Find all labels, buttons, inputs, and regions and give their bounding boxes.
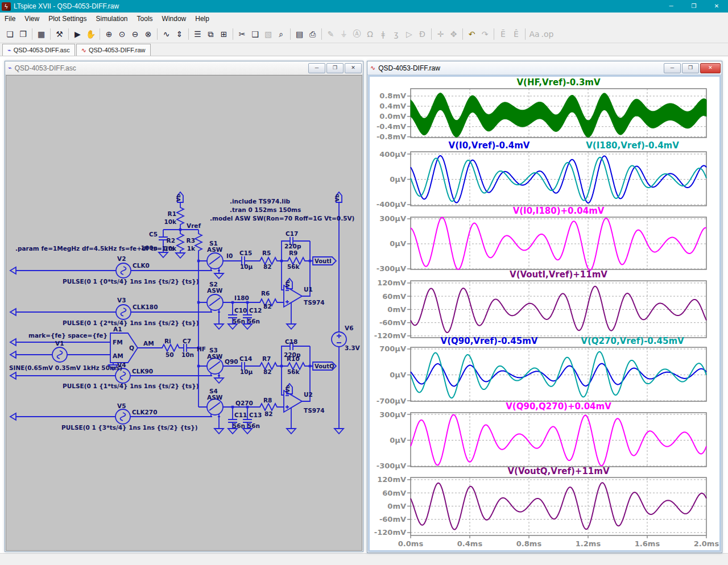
undo-button[interactable]: ↶ <box>465 27 478 41</box>
schematic-text: U1 <box>304 286 313 293</box>
place-label-button[interactable]: Ⓐ <box>350 27 363 41</box>
rotate-button[interactable]: Ê <box>510 27 523 41</box>
waveform-window-titlebar[interactable]: ∿ QSD-4053-DIFF.raw ─❐✕ <box>367 61 722 75</box>
schematic-text: 220p <box>284 243 301 250</box>
zoom-out-button[interactable]: ⊖ <box>129 27 142 41</box>
schematic-text: R8 <box>263 397 272 404</box>
place-inductor-button[interactable]: ʒ <box>390 27 403 41</box>
control-panel-button[interactable]: ⚒ <box>53 27 66 41</box>
cascade-windows-button[interactable]: ⧉ <box>204 27 217 41</box>
y-tick-label: -120mV <box>374 331 406 340</box>
pane-title: V(Q90,Q270)+0.04mV <box>506 401 611 412</box>
menu-help[interactable]: Help <box>191 13 214 24</box>
schematic-text: Q90 <box>225 358 238 365</box>
x-tick-label: 1.2ms <box>576 539 601 548</box>
spice-directive-button[interactable]: .op <box>541 27 554 41</box>
schematic-text: AM <box>113 352 123 359</box>
copy-button[interactable]: ❑ <box>249 27 262 41</box>
zoom-full-button[interactable]: ⊙ <box>115 27 129 41</box>
schematic-window-titlebar[interactable]: ⌁ QSD-4053-DIFF.asc ─❐✕ <box>5 61 363 75</box>
draw-wire-button[interactable]: ✎ <box>324 27 337 41</box>
vsource-V5 <box>115 409 130 424</box>
menu-file[interactable]: File <box>0 13 20 24</box>
y-tick-label: -0.8mV <box>377 132 406 141</box>
menu-simulation[interactable]: Simulation <box>92 13 133 24</box>
drag-button[interactable]: ✥ <box>447 27 460 41</box>
zoom-in-button[interactable]: ⊕ <box>102 27 115 41</box>
find-button[interactable]: ⌕ <box>275 27 288 41</box>
menu-plot-settings[interactable]: Plot Settings <box>44 13 91 24</box>
schematic-text: C5 <box>149 231 158 238</box>
paste-button[interactable]: ▧ <box>262 27 275 41</box>
x-tick-label: 1.6ms <box>635 539 660 548</box>
place-component-button[interactable]: Ð <box>416 27 429 41</box>
print-preview-button[interactable]: ▤ <box>293 27 306 41</box>
schematic-text: VoutI <box>315 258 332 264</box>
close-button[interactable]: ✕ <box>345 63 362 73</box>
y-tick-label: -60mV <box>379 515 406 524</box>
halt-button[interactable]: ✋ <box>84 27 97 41</box>
schematic-text: CLK180 <box>133 304 158 310</box>
place-resistor-button[interactable]: Ω <box>363 27 377 41</box>
schematic-text: 3.3V <box>345 344 361 351</box>
cut-button[interactable]: ✂ <box>235 27 249 41</box>
schematic-text: 82 <box>263 263 272 270</box>
y-tick-label: -300µV <box>377 462 406 470</box>
y-tick-label: 300µV <box>379 214 406 223</box>
print-button[interactable]: ⎙ <box>306 27 319 41</box>
schematic-canvas[interactable]: .include TS974.lib.tran 0 152ms 150ms.mo… <box>6 76 362 550</box>
close-button[interactable]: ✕ <box>700 63 721 73</box>
schematic-icon: ⌁ <box>7 47 11 54</box>
tile-horizontal-button[interactable]: ☰ <box>191 27 204 41</box>
place-diode-button[interactable]: ▷ <box>403 27 416 41</box>
minimize-button[interactable]: ─ <box>660 0 682 13</box>
close-button[interactable]: ✕ <box>705 0 728 13</box>
schematic-text: 82 <box>263 303 272 310</box>
zoom-clear-button[interactable]: ⊗ <box>142 27 155 41</box>
minimize-button[interactable]: ─ <box>664 63 681 73</box>
schematic-text: 50 <box>166 351 174 358</box>
schematic-text: V1 <box>55 340 64 347</box>
schematic-text: PULSE(0 1 {1*ts/4} 1ns 1ns {ts/2} {ts}) <box>63 383 199 390</box>
tab-QSD-4053-DIFF.raw[interactable]: ∿QSD-4053-DIFF.raw <box>76 44 151 56</box>
save-button[interactable]: ▦ <box>35 27 48 41</box>
y-tick-label: 300µV <box>379 410 406 419</box>
waveform-icon: ∿ <box>370 64 375 72</box>
menu-view[interactable]: View <box>20 13 44 24</box>
text-button[interactable]: Aa <box>528 27 541 41</box>
redo-button[interactable]: ↷ <box>478 27 491 41</box>
y-tick-label: -700µV <box>377 397 406 405</box>
schematic-text: C11 <box>234 412 247 418</box>
input-arrow <box>10 372 16 379</box>
mirror-button[interactable]: Ē <box>497 27 510 41</box>
place-ground-button[interactable]: ⏚ <box>337 27 350 41</box>
run-button[interactable]: ▶ <box>71 27 84 41</box>
plot-settings-button[interactable]: ∿ <box>160 27 173 41</box>
waveform-icon: ∿ <box>81 47 86 54</box>
schematic-text: 56n <box>247 318 260 325</box>
menu-tools[interactable]: Tools <box>133 13 158 24</box>
schematic-text: ASW <box>207 353 223 360</box>
autorange-button[interactable]: ⇕ <box>173 27 186 41</box>
open-button[interactable]: ❒ <box>16 27 30 41</box>
tab-QSD-4053-DIFF.asc[interactable]: ⌁QSD-4053-DIFF.asc <box>2 44 75 56</box>
schematic-text: C14 <box>239 355 252 362</box>
new-schematic-button[interactable]: ❏ <box>3 27 16 41</box>
place-capacitor-button[interactable]: ǂ <box>377 27 390 41</box>
schematic-window: ⌁ QSD-4053-DIFF.asc ─❐✕ <box>5 61 363 552</box>
minimize-button[interactable]: ─ <box>308 63 325 73</box>
restore-button[interactable]: ❐ <box>326 63 344 73</box>
tile-vertical-button[interactable]: ⊞ <box>217 27 230 41</box>
schematic-text: Vb <box>176 194 181 202</box>
trace-band <box>411 93 706 138</box>
schematic-text: SINE(0.65mV 0.35mV 1kHz 50ms) <box>9 364 122 371</box>
move-button[interactable]: ✛ <box>434 27 447 41</box>
components[interactable] <box>10 192 346 434</box>
restore-button[interactable]: ❐ <box>682 63 699 73</box>
waveform-plot[interactable]: 0.8mV0.4mV0.0mV-0.4mV-0.8mVV(HF,Vref)-0.… <box>370 77 719 549</box>
switch-S3 <box>207 358 223 376</box>
menu-window[interactable]: Window <box>158 13 191 24</box>
schematic-text: R7 <box>262 355 271 362</box>
pane-title: V(I0,Vref)-0.4mV <box>449 140 530 151</box>
maximize-button[interactable]: ❐ <box>682 0 705 13</box>
